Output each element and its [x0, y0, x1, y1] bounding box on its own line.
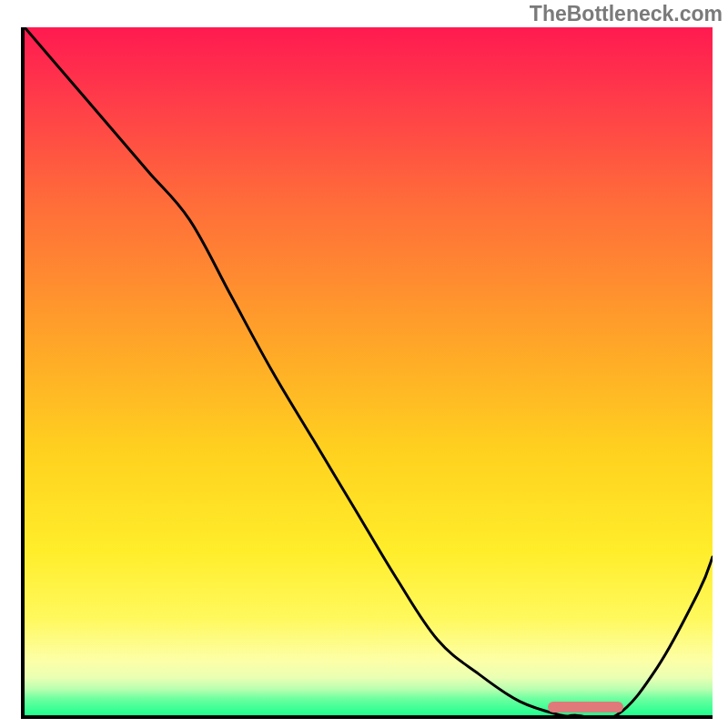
- optimal-marker: [548, 702, 623, 713]
- heat-gradient: [25, 27, 713, 715]
- chart-stage: TheBottleneck.com: [0, 0, 728, 728]
- plot-area: [25, 27, 713, 715]
- watermark-label: TheBottleneck.com: [530, 2, 723, 26]
